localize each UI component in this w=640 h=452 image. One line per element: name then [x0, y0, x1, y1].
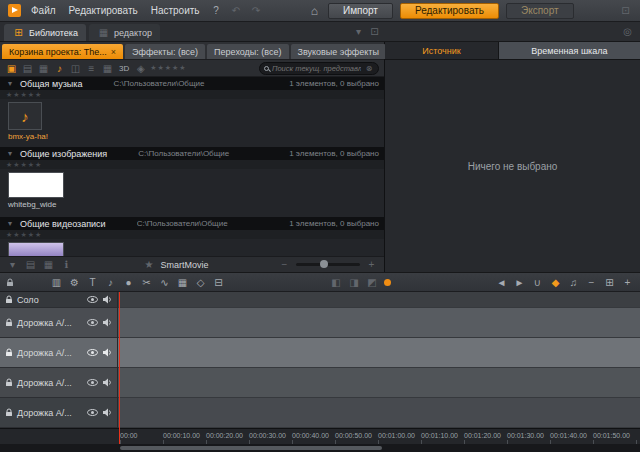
audio-scrub-icon[interactable]: ♫	[567, 276, 580, 289]
slider-knob[interactable]	[320, 260, 328, 268]
menu-edit[interactable]: Редактировать	[66, 5, 141, 16]
grid-view-icon[interactable]: ▦	[42, 258, 55, 271]
speaker-icon[interactable]	[102, 378, 112, 387]
timeline-scrollbar[interactable]	[0, 444, 640, 452]
eye-icon[interactable]	[87, 409, 98, 416]
grid-snap-icon[interactable]: ▦	[176, 276, 189, 289]
lock-icon[interactable]	[5, 295, 13, 304]
speaker-icon[interactable]	[102, 318, 112, 327]
lock-tracks-icon[interactable]	[6, 278, 14, 287]
speaker-icon[interactable]	[102, 408, 112, 417]
info-icon[interactable]: ℹ	[60, 258, 73, 271]
next-edit-icon[interactable]: ►	[513, 276, 526, 289]
undo-icon[interactable]: ↶	[230, 4, 243, 17]
collapse-section-icon[interactable]: ▾	[5, 79, 15, 89]
redo-icon[interactable]: ↷	[250, 4, 263, 17]
view-3d-toggle[interactable]: 3D	[117, 64, 131, 73]
list-view-icon[interactable]: ≡	[85, 62, 98, 75]
zoom-in-thumbs-icon[interactable]: +	[365, 258, 378, 271]
thumbnail-size-slider[interactable]	[296, 263, 360, 266]
replace-mode-icon[interactable]: ◩	[366, 276, 379, 289]
record-indicator-icon[interactable]	[384, 279, 391, 286]
timeline-ruler[interactable]: 00:00 00:00:10.00 00:00:20.00 00:00:30.0…	[0, 428, 640, 444]
videos-filter-icon[interactable]: ▤	[21, 62, 34, 75]
scrollbar-thumb[interactable]	[120, 446, 382, 450]
section-music-header[interactable]: ▾ Общая музыка C:\Пользователи\Общие 1 э…	[0, 77, 384, 90]
tag-icon[interactable]: ◈	[134, 62, 147, 75]
lock-icon[interactable]	[5, 378, 13, 387]
track-2-header[interactable]: Дорожка А/...	[0, 338, 118, 368]
delete-clip-icon[interactable]: ⊟	[212, 276, 225, 289]
previous-edit-icon[interactable]: ◄	[495, 276, 508, 289]
music-filter-icon[interactable]: ♪	[53, 62, 66, 75]
tab-timeline-preview[interactable]: Временная шкала	[498, 42, 640, 59]
overwrite-mode-icon[interactable]: ◨	[348, 276, 361, 289]
tab-project-bin[interactable]: Корзина проекта: The... ×	[2, 44, 123, 59]
eye-icon[interactable]	[87, 319, 98, 326]
track-3-header[interactable]: Дорожка А/...	[0, 368, 118, 398]
audio-wave-icon[interactable]: ∿	[158, 276, 171, 289]
lock-icon[interactable]	[5, 408, 13, 417]
track-2-lane[interactable]	[118, 338, 640, 368]
track-1-header[interactable]: Дорожка А/...	[0, 308, 118, 338]
title-editor-icon[interactable]: T	[86, 276, 99, 289]
music-thumbnail[interactable]: ♪	[8, 102, 42, 130]
eye-icon[interactable]	[87, 349, 98, 356]
search-input[interactable]	[272, 64, 361, 73]
zoom-in-timeline-icon[interactable]: +	[621, 276, 634, 289]
library-workspace-tab[interactable]: ⊞ Библиотека	[4, 24, 86, 41]
video-thumbnail[interactable]	[8, 242, 64, 256]
help-icon[interactable]: ?	[210, 4, 223, 17]
browse-folder-icon[interactable]: ◫	[69, 62, 82, 75]
voiceover-icon[interactable]: ●	[122, 276, 135, 289]
collapse-browser-icon[interactable]: ▾	[6, 258, 19, 271]
photos-filter-icon[interactable]: ▦	[37, 62, 50, 75]
section-images-header[interactable]: ▾ Общие изображения C:\Пользователи\Общи…	[0, 147, 384, 160]
solo-lane[interactable]	[118, 292, 640, 308]
export-button[interactable]: Экспорт	[506, 3, 574, 19]
zoom-out-thumbs-icon[interactable]: −	[278, 258, 291, 271]
add-marker-icon[interactable]: ◇	[194, 276, 207, 289]
media-item-video[interactable]	[8, 242, 64, 256]
track-1-lane[interactable]	[118, 308, 640, 338]
image-thumbnail[interactable]	[8, 172, 64, 198]
playhead[interactable]	[119, 292, 120, 444]
menu-file[interactable]: Файл	[28, 5, 59, 16]
tab-effects[interactable]: Эффекты: (все)	[125, 44, 205, 59]
rating-filter-stars[interactable]: ★★★★★	[150, 64, 186, 72]
display-settings-icon[interactable]: ⊡	[619, 4, 632, 17]
speaker-icon[interactable]	[102, 295, 112, 304]
razor-icon[interactable]: ✂	[140, 276, 153, 289]
eye-icon[interactable]	[87, 379, 98, 386]
keyframe-icon[interactable]: ◆	[549, 276, 562, 289]
import-button[interactable]: Импорт	[328, 3, 393, 19]
track-3-lane[interactable]	[118, 368, 640, 398]
magnet-snap-icon[interactable]: ∪	[531, 276, 544, 289]
undock-library-icon[interactable]: ⊡	[368, 25, 381, 38]
timeline-settings-icon[interactable]: ⚙	[68, 276, 81, 289]
media-item-music[interactable]: ♪ bmx-ya-ha!	[8, 102, 48, 141]
insert-mode-icon[interactable]: ◧	[330, 276, 343, 289]
eye-icon[interactable]	[87, 296, 98, 303]
track-4-lane[interactable]	[118, 398, 640, 428]
collections-icon[interactable]: ▣	[5, 62, 18, 75]
workspace-options-icon[interactable]: ◎	[621, 25, 634, 38]
track-4-header[interactable]: Дорожка А/...	[0, 398, 118, 428]
section-videos-header[interactable]: ▾ Общие видеозаписи C:\Пользователи\Общи…	[0, 217, 384, 230]
collapse-section-icon[interactable]: ▾	[5, 149, 15, 159]
smartmovie-button[interactable]: SmartMovie	[161, 260, 209, 270]
close-tab-icon[interactable]: ×	[111, 47, 116, 57]
zoom-out-timeline-icon[interactable]: −	[585, 276, 598, 289]
editor-workspace-tab[interactable]: ▦ редактор	[89, 24, 160, 41]
media-item-image[interactable]: whitebg_wide	[8, 172, 64, 209]
details-view-icon[interactable]: ▤	[24, 258, 37, 271]
tab-source[interactable]: Источник	[385, 42, 498, 59]
edit-mode-button[interactable]: Редактировать	[400, 3, 499, 19]
collapse-section-icon[interactable]: ▾	[5, 219, 15, 229]
scorefitter-icon[interactable]: ♪	[104, 276, 117, 289]
tab-transitions[interactable]: Переходы: (все)	[207, 44, 288, 59]
tab-sound-effects[interactable]: Звуковые эффекты	[291, 44, 386, 59]
audio-mixer-icon[interactable]: ▥	[50, 276, 63, 289]
minimize-library-icon[interactable]: ▾	[352, 25, 365, 38]
clear-search-icon[interactable]: ⊗	[364, 63, 374, 73]
